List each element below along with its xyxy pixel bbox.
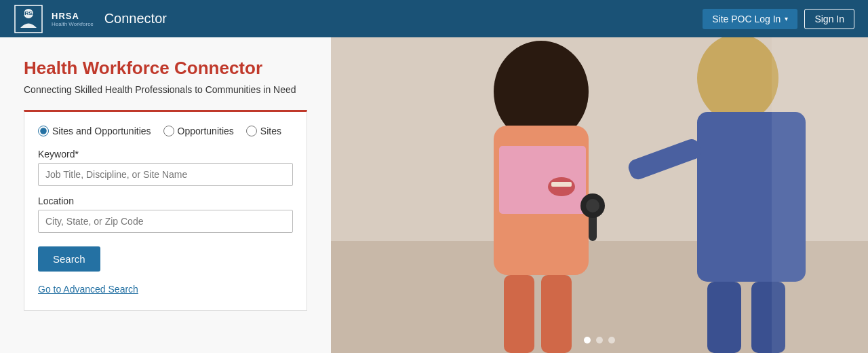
page-subtitle: Connecting Skilled Health Professionals … [24, 84, 307, 95]
svg-rect-21 [772, 37, 868, 353]
carousel-dots [584, 337, 615, 343]
header: HRSA HRSA Health Workforce Connector Sit… [0, 0, 868, 37]
main-content: Health Workforce Connector Connecting Sk… [0, 37, 868, 353]
radio-label-opps: Opportunities [178, 126, 234, 136]
location-field-group: Location [38, 196, 293, 233]
keyword-input[interactable] [38, 163, 293, 186]
left-panel: Health Workforce Connector Connecting Sk… [0, 37, 331, 353]
radio-opportunities[interactable]: Opportunities [163, 126, 234, 136]
carousel-dot-1[interactable] [584, 337, 591, 343]
svg-rect-8 [504, 275, 534, 353]
logo-subtitle-text: Health Workforce [52, 21, 94, 27]
svg-text:HRSA: HRSA [21, 10, 37, 16]
sign-in-button[interactable]: Sign In [804, 9, 854, 29]
location-input[interactable] [38, 210, 293, 233]
radio-sites-and-opportunities[interactable]: Sites and Opportunities [38, 126, 151, 136]
hero-image [331, 37, 868, 353]
page-title: Health Workforce Connector [24, 58, 307, 79]
svg-point-18 [586, 199, 599, 212]
hero-svg [331, 37, 868, 353]
logo-hrsa-text: HRSA [52, 11, 94, 21]
search-button[interactable]: Search [38, 246, 100, 272]
header-buttons: Site POC Log In ▾ Sign In [703, 9, 854, 29]
svg-rect-20 [551, 182, 572, 187]
keyword-field-group: Keyword* [38, 149, 293, 186]
logo-text-area: HRSA Health Workforce [52, 11, 94, 27]
search-card: Sites and Opportunities Opportunities Si… [24, 110, 307, 311]
hrsa-logo-icon: HRSA [14, 4, 43, 34]
svg-rect-10 [499, 146, 586, 214]
svg-point-11 [697, 37, 778, 122]
dropdown-caret-icon: ▾ [785, 15, 788, 22]
advanced-search-link[interactable]: Go to Advanced Search [38, 284, 138, 295]
radio-label-sites: Sites [260, 126, 281, 136]
right-panel [331, 37, 868, 353]
radio-input-opps[interactable] [163, 126, 174, 136]
site-poc-label: Site POC Log In [712, 14, 781, 24]
svg-rect-9 [541, 275, 572, 353]
site-poc-login-button[interactable]: Site POC Log In ▾ [703, 9, 797, 29]
carousel-dot-3[interactable] [608, 337, 615, 343]
header-title: Connector [104, 11, 167, 26]
logo-area: HRSA HRSA Health Workforce Connector [14, 4, 167, 34]
carousel-dot-2[interactable] [596, 337, 603, 343]
location-label: Location [38, 196, 293, 206]
svg-rect-0 [14, 4, 43, 34]
radio-input-sites-opps[interactable] [38, 126, 49, 136]
keyword-label: Keyword* [38, 149, 293, 160]
radio-input-sites[interactable] [246, 126, 257, 136]
radio-label-sites-opps: Sites and Opportunities [52, 126, 151, 136]
search-type-radio-group: Sites and Opportunities Opportunities Si… [38, 126, 293, 136]
hrsa-logo: HRSA [14, 4, 43, 34]
radio-sites[interactable]: Sites [246, 126, 281, 136]
svg-rect-13 [707, 282, 741, 353]
